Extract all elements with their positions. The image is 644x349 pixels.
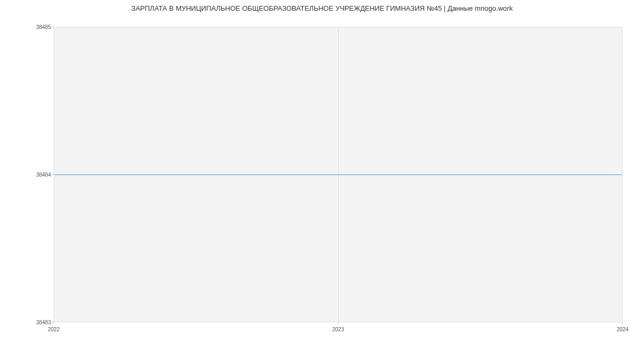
chart-title: ЗАРПЛАТА В МУНИЦИПАЛЬНОЕ ОБЩЕОБРАЗОВАТЕЛ… [0,4,644,12]
plot-area [54,27,623,322]
x-tick [54,322,54,324]
x-tick-label: 2024 [617,326,628,332]
y-tick-label: 38484 [3,172,51,178]
x-tick [338,322,339,324]
x-tick-label: 2023 [332,326,344,332]
x-tick [623,322,623,324]
chart-container: ЗАРПЛАТА В МУНИЦИПАЛЬНОЕ ОБЩЕОБРАЗОВАТЕЛ… [0,0,644,349]
y-tick-label: 38485 [3,24,51,30]
data-line [54,174,622,175]
x-tick-label: 2022 [48,326,60,332]
y-tick-label: 38483 [3,319,51,325]
